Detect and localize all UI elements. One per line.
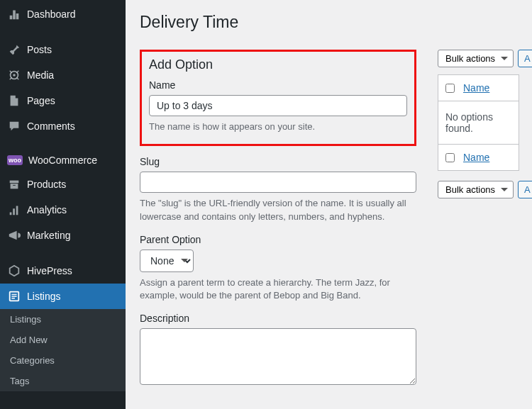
- sidebar-item-woocommerce[interactable]: woo WooCommerce: [0, 149, 126, 172]
- woo-icon: woo: [7, 155, 23, 165]
- options-table: Name No options found. Name: [438, 74, 519, 171]
- archive-icon: [7, 177, 21, 191]
- sidebar-item-label: Comments: [27, 121, 75, 132]
- col-name-footer[interactable]: Name: [463, 152, 489, 163]
- svg-point-1: [13, 74, 16, 77]
- add-option-highlight: Add Option Name The name is how it appea…: [140, 50, 416, 146]
- parent-select[interactable]: None: [140, 250, 194, 272]
- select-all-top[interactable]: [445, 84, 455, 93]
- table-footer: Name: [438, 145, 519, 170]
- name-input[interactable]: [149, 95, 407, 116]
- empty-row: No options found.: [438, 101, 519, 145]
- sidebar-item-label: Media: [27, 69, 54, 81]
- page-icon: [7, 94, 21, 108]
- sidebar-item-label: Posts: [27, 44, 52, 55]
- chart-icon: [7, 203, 21, 217]
- col-name-header[interactable]: Name: [463, 82, 489, 94]
- submenu-add-new[interactable]: Add New: [0, 330, 126, 350]
- sidebar-item-label: Marketing: [27, 230, 70, 241]
- sidebar-item-dashboard[interactable]: Dashboard: [0, 1, 126, 27]
- listings-icon: [7, 289, 21, 303]
- sidebar-item-label: Pages: [27, 95, 55, 106]
- submenu-categories[interactable]: Categories: [0, 350, 126, 371]
- pin-icon: [7, 43, 21, 57]
- slug-input[interactable]: [140, 172, 416, 193]
- sidebar-item-hivepress[interactable]: HivePress: [0, 258, 126, 284]
- slug-description: The "slug" is the URL-friendly version o…: [140, 197, 416, 224]
- hivepress-icon: [7, 264, 21, 278]
- sidebar-item-label: Listings: [27, 291, 60, 302]
- parent-description: Assign a parent term to create a hierarc…: [140, 276, 416, 303]
- submenu-listings[interactable]: Listings: [0, 309, 126, 330]
- megaphone-icon: [7, 228, 21, 242]
- svg-rect-4: [13, 185, 16, 186]
- slug-label: Slug: [140, 156, 416, 167]
- submenu-tags[interactable]: Tags: [0, 371, 126, 391]
- sidebar-item-pages[interactable]: Pages: [0, 88, 126, 113]
- sidebar-item-label: Analytics: [27, 204, 67, 215]
- media-icon: [7, 68, 21, 82]
- svg-rect-2: [10, 181, 19, 184]
- sidebar-item-analytics[interactable]: Analytics: [0, 197, 126, 223]
- apply-button-bottom[interactable]: A: [518, 181, 532, 198]
- page-title: Delivery Time: [140, 13, 519, 32]
- table-header: Name: [438, 75, 519, 101]
- apply-button-top[interactable]: A: [518, 50, 532, 67]
- bulk-actions-top[interactable]: Bulk actions: [438, 50, 514, 67]
- sidebar-item-products[interactable]: Products: [0, 172, 126, 197]
- sidebar-item-media[interactable]: Media: [0, 62, 126, 88]
- form-heading: Add Option: [149, 57, 407, 72]
- sidebar-item-listings[interactable]: Listings: [0, 284, 126, 309]
- parent-label: Parent Option: [140, 234, 416, 245]
- bulk-actions-bottom[interactable]: Bulk actions: [438, 181, 514, 198]
- dashboard-icon: [7, 7, 21, 21]
- sidebar-item-posts[interactable]: Posts: [0, 37, 126, 62]
- description-textarea[interactable]: [140, 328, 416, 385]
- name-description: The name is how it appears on your site.: [149, 121, 407, 134]
- sidebar-item-label: Dashboard: [27, 9, 76, 20]
- sidebar-item-label: HivePress: [27, 265, 72, 276]
- name-label: Name: [149, 79, 407, 91]
- sidebar-item-label: Products: [27, 179, 66, 190]
- description-label: Description: [140, 313, 416, 324]
- sidebar-submenu: Listings Add New Categories Tags: [0, 309, 126, 391]
- sidebar-item-comments[interactable]: Comments: [0, 113, 126, 139]
- sidebar-item-label: WooCommerce: [28, 155, 97, 166]
- main-content: Delivery Time Add Option Name The name i…: [126, 0, 532, 409]
- sidebar-item-marketing[interactable]: Marketing: [0, 223, 126, 248]
- admin-sidebar: Dashboard Posts Media Pages Comments woo…: [0, 0, 126, 409]
- select-all-bottom[interactable]: [445, 153, 455, 162]
- comment-icon: [7, 119, 21, 133]
- svg-rect-3: [11, 184, 18, 189]
